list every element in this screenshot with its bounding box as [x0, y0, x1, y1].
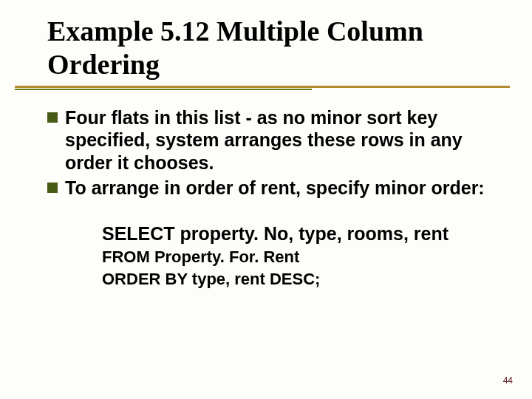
bullet-text: To arrange in order of rent, specify min…	[65, 177, 502, 200]
bullet-item: To arrange in order of rent, specify min…	[47, 177, 502, 200]
page-number: 44	[503, 375, 513, 386]
bullet-text: Four flats in this list - as no minor so…	[65, 106, 502, 174]
rule-gold	[15, 86, 510, 88]
bullet-item: Four flats in this list - as no minor so…	[47, 106, 502, 174]
slide-title: Example 5.12 Multiple Column Ordering	[47, 15, 502, 81]
code-line: FROM Property. For. Rent	[102, 246, 502, 268]
rule-olive	[15, 89, 312, 90]
code-line: SELECT property. No, type, rooms, rent	[102, 222, 502, 247]
title-underline	[15, 86, 510, 90]
square-bullet-icon	[47, 112, 58, 123]
sql-code-block: SELECT property. No, type, rooms, rent F…	[102, 222, 502, 290]
code-line: ORDER BY type, rent DESC;	[102, 268, 502, 290]
square-bullet-icon	[47, 183, 58, 193]
body-content: Four flats in this list - as no minor so…	[47, 106, 502, 290]
slide: Example 5.12 Multiple Column Ordering Fo…	[0, 0, 532, 399]
